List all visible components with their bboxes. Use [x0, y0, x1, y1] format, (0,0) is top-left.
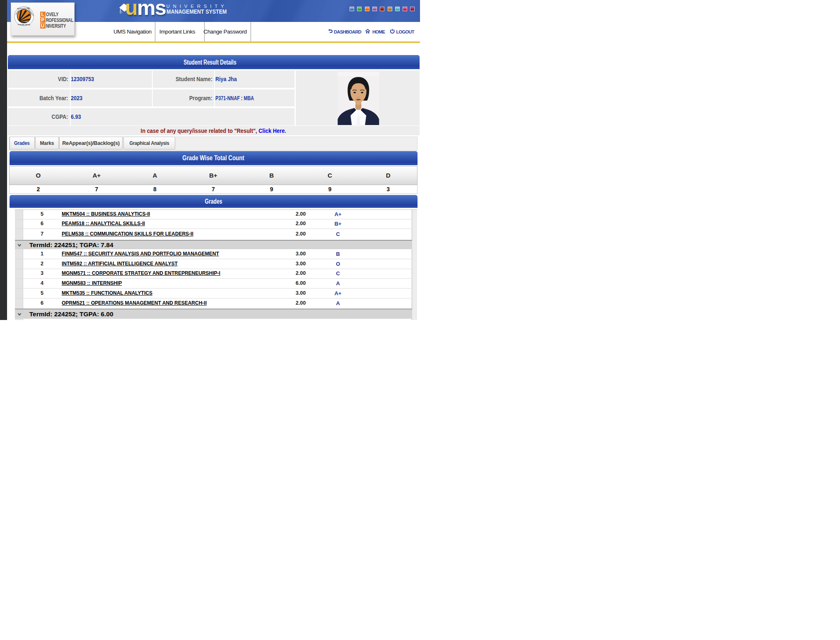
svg-text:PUNJAB (INDIA): PUNJAB (INDIA) — [17, 24, 30, 26]
